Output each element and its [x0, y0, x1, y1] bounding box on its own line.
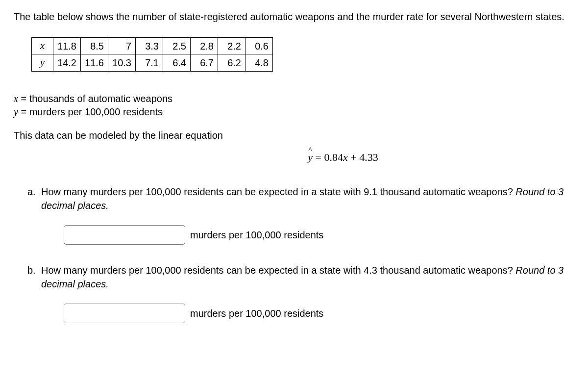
y-eq: =: [18, 106, 29, 117]
equals: =: [313, 151, 324, 163]
question-text: How many murders per 100,000 residents c…: [41, 263, 574, 291]
table-cell: 6.2: [218, 54, 245, 71]
table-cell: 10.3: [108, 54, 136, 71]
y-var: y: [14, 106, 18, 117]
regression-equation: y = 0.84x + 4.33: [14, 150, 574, 165]
question-letter: a.: [27, 185, 39, 212]
table-cell: 11.6: [81, 54, 108, 71]
x-var: x: [14, 93, 18, 104]
table-cell: 6.4: [163, 54, 191, 71]
variable-definitions: x = thousands of automatic weapons y = m…: [14, 92, 574, 119]
table-row-x: x 11.8 8.5 7 3.3 2.5 2.8 2.2 0.6: [32, 38, 273, 54]
question-text: How many murders per 100,000 residents c…: [41, 185, 574, 212]
q-b-text: How many murders per 100,000 residents c…: [41, 265, 515, 276]
answer-row-a: murders per 100,000 residents: [27, 225, 574, 245]
intercept: 4.33: [359, 151, 378, 163]
table-cell: 8.5: [81, 38, 108, 54]
table-cell: 11.8: [53, 38, 81, 54]
x-desc: thousands of automatic weapons: [29, 93, 172, 104]
table-cell: 4.8: [245, 54, 273, 71]
table-cell: 0.6: [245, 38, 273, 54]
table-cell: 2.8: [191, 38, 218, 54]
intro-text: The table below shows the number of stat…: [14, 10, 574, 24]
x-in-eq: x: [343, 151, 348, 163]
table-cell: 14.2: [53, 54, 81, 71]
table-cell: 3.3: [136, 38, 163, 54]
table-cell: 2.2: [218, 38, 245, 54]
answer-unit-b: murders per 100,000 residents: [190, 307, 323, 320]
question-b: b. How many murders per 100,000 resident…: [27, 263, 574, 291]
y-desc: murders per 100,000 residents: [29, 106, 163, 117]
questions: a. How many murders per 100,000 resident…: [14, 185, 574, 323]
answer-row-b: murders per 100,000 residents: [27, 304, 574, 323]
slope: 0.84: [324, 151, 343, 163]
y-hat: y: [308, 150, 313, 165]
q-a-text: How many murders per 100,000 residents c…: [41, 186, 515, 197]
answer-input-a[interactable]: [64, 225, 185, 245]
plus: +: [348, 151, 359, 163]
question-a: a. How many murders per 100,000 resident…: [27, 185, 574, 212]
table-cell: 7: [108, 38, 136, 54]
y-definition: y = murders per 100,000 residents: [14, 105, 574, 119]
answer-unit-a: murders per 100,000 residents: [190, 228, 323, 242]
row-header-x: x: [32, 38, 53, 54]
answer-input-b[interactable]: [64, 304, 185, 323]
model-prompt: This data can be modeled by the linear e…: [14, 128, 574, 142]
table-row-y: y 14.2 11.6 10.3 7.1 6.4 6.7 6.2 4.8: [32, 54, 273, 71]
table-cell: 7.1: [136, 54, 163, 71]
question-letter: b.: [27, 263, 39, 291]
x-eq: =: [18, 93, 29, 104]
table-cell: 2.5: [163, 38, 191, 54]
table-cell: 6.7: [191, 54, 218, 71]
row-header-y: y: [32, 54, 53, 71]
x-definition: x = thousands of automatic weapons: [14, 92, 574, 105]
data-table: x 11.8 8.5 7 3.3 2.5 2.8 2.2 0.6 y 14.2 …: [31, 37, 273, 72]
